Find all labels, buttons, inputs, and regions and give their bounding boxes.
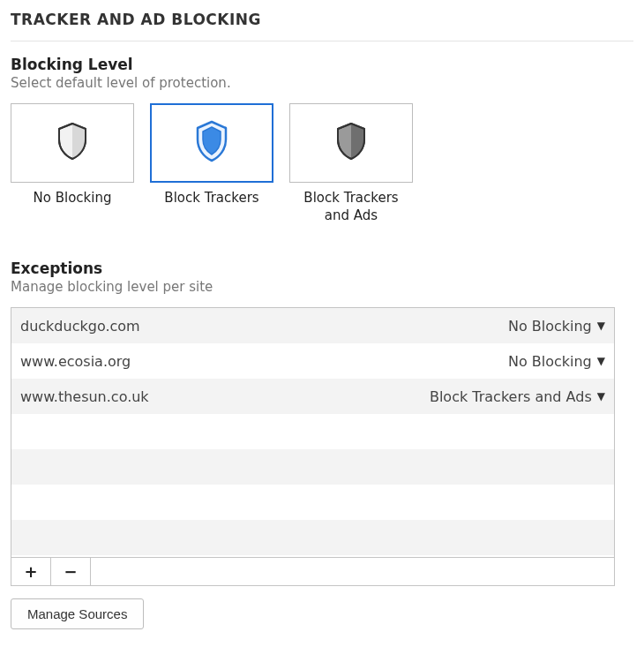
blocking-level-options: No Blocking Block Trackers Block Tr: [11, 103, 633, 224]
exceptions-list: duckduckgo.com No Blocking ▼ www.ecosia.…: [11, 308, 614, 557]
level-label: Block Trackers: [150, 190, 273, 207]
page-title: TRACKER AND AD BLOCKING: [11, 11, 633, 28]
exception-level: No Blocking: [508, 353, 597, 370]
minus-icon: −: [64, 562, 77, 581]
footer-filler: [91, 558, 614, 585]
level-option-block-trackers-and-ads[interactable]: Block Trackers and Ads: [289, 103, 413, 224]
level-card: [150, 103, 273, 183]
table-row[interactable]: www.thesun.co.uk Block Trackers and Ads …: [11, 379, 614, 414]
blocking-level-sub: Select default level of protection.: [11, 75, 633, 91]
exception-level: Block Trackers and Ads: [430, 388, 597, 405]
remove-exception-button[interactable]: −: [51, 558, 91, 585]
add-exception-button[interactable]: +: [11, 558, 51, 585]
exceptions-heading: Exceptions: [11, 260, 633, 277]
exceptions-table: duckduckgo.com No Blocking ▼ www.ecosia.…: [11, 307, 615, 586]
plus-icon: +: [24, 562, 37, 581]
level-label: No Blocking: [11, 190, 134, 207]
chevron-down-icon[interactable]: ▼: [597, 390, 605, 402]
level-option-block-trackers[interactable]: Block Trackers: [150, 103, 273, 224]
level-option-no-blocking[interactable]: No Blocking: [11, 103, 134, 224]
level-label: Block Trackers and Ads: [289, 190, 413, 224]
exception-level: No Blocking: [508, 318, 597, 335]
table-row: [11, 414, 614, 449]
manage-sources-button[interactable]: Manage Sources: [11, 598, 144, 629]
divider: [11, 41, 633, 41]
chevron-down-icon[interactable]: ▼: [597, 355, 605, 367]
table-row[interactable]: www.ecosia.org No Blocking ▼: [11, 343, 614, 379]
exception-domain: www.ecosia.org: [20, 353, 508, 370]
table-row: [11, 485, 614, 520]
level-card: [289, 103, 413, 183]
shield-icon: [193, 120, 230, 166]
exceptions-footer: + −: [11, 557, 614, 585]
level-card: [11, 103, 134, 183]
table-row[interactable]: duckduckgo.com No Blocking ▼: [11, 308, 614, 343]
table-row: [11, 449, 614, 485]
exception-domain: duckduckgo.com: [20, 318, 508, 335]
shield-icon: [56, 122, 89, 164]
exceptions-sub: Manage blocking level per site: [11, 279, 633, 295]
blocking-level-heading: Blocking Level: [11, 56, 633, 73]
shield-icon: [334, 122, 368, 164]
chevron-down-icon[interactable]: ▼: [597, 320, 605, 332]
exception-domain: www.thesun.co.uk: [20, 388, 430, 405]
table-row: [11, 520, 614, 555]
